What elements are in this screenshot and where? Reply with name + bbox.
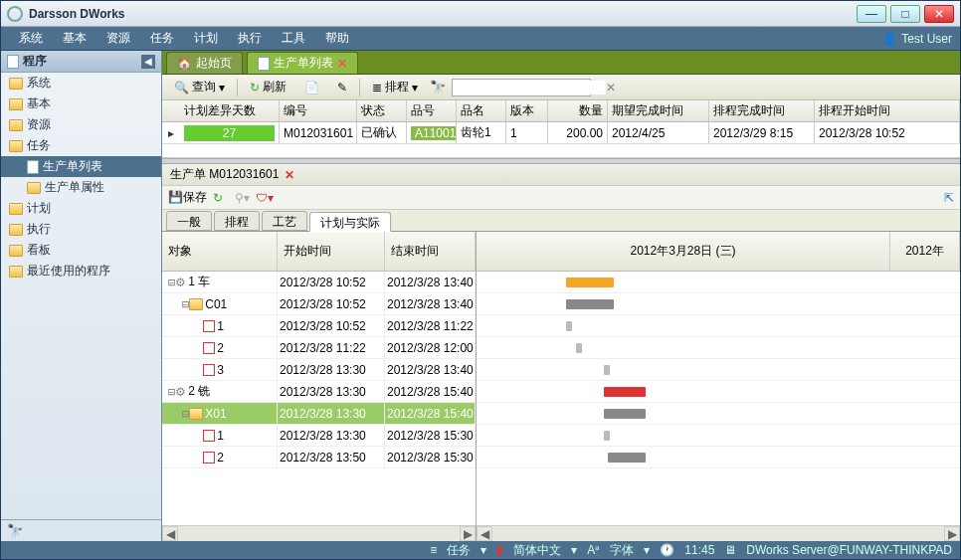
sidebar-item[interactable]: 生产单属性 (1, 177, 161, 198)
status-lang[interactable]: 简体中文 (513, 542, 561, 559)
gantt-bar[interactable] (604, 431, 610, 441)
task-label: 3 (217, 363, 224, 377)
sidebar-item[interactable]: 资源 (1, 114, 161, 135)
close-detail-icon[interactable]: ✕ (285, 168, 294, 182)
refresh-button[interactable]: ↻刷新 (244, 77, 292, 97)
tab-general[interactable]: 一般 (166, 211, 212, 231)
task-row[interactable]: 22012/3/28 13:502012/3/28 15:30 (162, 447, 476, 468)
col-exp[interactable]: 期望完成时间 (608, 100, 709, 121)
task-row[interactable]: ⊟⚙1 车2012/3/28 10:522012/3/28 13:40 (162, 272, 476, 293)
folder-icon (9, 98, 23, 110)
collapse-sidebar-button[interactable]: ◀ (141, 55, 155, 69)
task-row[interactable]: 12012/3/28 10:522012/3/28 11:22 (162, 315, 476, 337)
sidebar-item-label: 执行 (27, 221, 51, 238)
col-schst[interactable]: 排程开始时间 (815, 100, 960, 121)
gantt-bar[interactable] (576, 343, 582, 353)
minimize-button[interactable]: — (857, 5, 886, 23)
task-row[interactable]: 12012/3/28 13:302012/3/28 15:30 (162, 425, 476, 447)
menubar: 系统 基本 资源 任务 计划 执行 工具 帮助 👤 Test User (1, 27, 960, 51)
folder-icon (9, 266, 23, 278)
sidebar-item[interactable]: 看板 (1, 240, 161, 261)
expand-icon[interactable]: ⊟ (168, 276, 175, 289)
col-num[interactable]: 编号 (280, 100, 357, 121)
sidebar-item[interactable]: 基本 (1, 93, 161, 114)
status-task[interactable]: 任务 (447, 542, 471, 559)
sidebar-item[interactable]: 计划 (1, 198, 161, 219)
menu-task[interactable]: 任务 (140, 30, 184, 47)
schedule-button[interactable]: ≣排程 ▾ (366, 77, 424, 97)
search-input[interactable] (457, 81, 606, 94)
tab-schedule[interactable]: 排程 (214, 211, 260, 231)
table-row[interactable]: ▸ 27 M012031601 已确认 A11001 齿轮1 1 200.00 … (162, 122, 960, 144)
expand-icon[interactable]: ⊟ (182, 297, 189, 311)
task-row[interactable]: ⊟X012012/3/28 13:302012/3/28 15:40 (162, 403, 476, 425)
popout-icon[interactable]: ⇱ (944, 191, 954, 205)
col-start[interactable]: 开始时间 (278, 232, 385, 271)
task-end: 2012/3/28 12:00 (385, 337, 476, 358)
close-button[interactable]: ✕ (924, 5, 954, 23)
col-schend[interactable]: 排程完成时间 (709, 100, 815, 121)
col-ver[interactable]: 版本 (506, 100, 548, 121)
menu-tool[interactable]: 工具 (272, 30, 315, 47)
gantt-bar[interactable] (608, 453, 646, 463)
binoculars-icon[interactable]: 🔭 (430, 80, 446, 94)
hscroll[interactable]: ◀▶ (162, 525, 476, 541)
col-qty[interactable]: 数量 (548, 100, 608, 121)
refresh-icon[interactable]: ↻ (213, 191, 223, 205)
shield-icon[interactable]: 🛡▾ (256, 191, 274, 205)
gantt-bar[interactable] (566, 299, 614, 309)
user-display[interactable]: 👤 Test User (882, 32, 952, 46)
menu-system[interactable]: 系统 (9, 30, 53, 47)
task-row[interactable]: 22012/3/28 11:222012/3/28 12:00 (162, 337, 476, 359)
col-object[interactable]: 对象 (162, 232, 278, 271)
status-server[interactable]: DWorks Server@FUNWAY-THINKPAD (746, 543, 952, 557)
menu-plan[interactable]: 计划 (184, 30, 228, 47)
menu-resource[interactable]: 资源 (96, 30, 140, 47)
menu-basic[interactable]: 基本 (53, 30, 96, 47)
save-button[interactable]: 💾保存 (168, 189, 207, 206)
gantt-hscroll[interactable]: ◀▶ (477, 525, 960, 541)
close-tab-icon[interactable]: ✕ (337, 57, 347, 71)
sidebar-item[interactable]: 系统 (1, 73, 161, 93)
gantt-chart: 2012年3月28日 (三) 2012年 ◀▶ (477, 232, 960, 541)
new-button[interactable]: 📄 (298, 79, 325, 96)
cell-qty: 200.00 (548, 122, 608, 143)
task-start: 2012/3/28 10:52 (278, 272, 385, 292)
task-row[interactable]: ⊟⚙2 铣2012/3/28 13:302012/3/28 15:40 (162, 381, 476, 403)
expand-icon[interactable]: ⊟ (182, 407, 189, 421)
gantt-bar[interactable] (566, 278, 614, 287)
col-status[interactable]: 状态 (357, 100, 407, 121)
gear-icon: ⚙ (175, 385, 186, 399)
maximize-button[interactable]: □ (890, 5, 920, 23)
task-row[interactable]: ⊟C012012/3/28 10:522012/3/28 13:40 (162, 293, 476, 315)
sidebar-item[interactable]: 最近使用的程序 (1, 261, 161, 281)
tab-process[interactable]: 工艺 (262, 211, 307, 231)
status-font[interactable]: 字体 (610, 542, 634, 559)
col-end[interactable]: 结束时间 (385, 232, 476, 271)
binoculars-icon[interactable]: 🔭 (7, 523, 23, 538)
gantt-bar[interactable] (604, 409, 646, 419)
gantt-bar[interactable] (566, 321, 572, 331)
col-pin[interactable]: 品号 (407, 100, 457, 121)
clear-search-icon[interactable]: ✕ (606, 81, 616, 94)
sidebar-item[interactable]: 任务 (1, 135, 161, 156)
tab-start[interactable]: 🏠 起始页 (166, 52, 243, 74)
gantt-bar[interactable] (604, 387, 646, 397)
sidebar-item[interactable]: 执行 (1, 219, 161, 240)
expand-icon[interactable]: ⊟ (168, 385, 175, 399)
tab-plan-actual[interactable]: 计划与实际 (309, 212, 391, 232)
col-pname[interactable]: 品名 (457, 100, 506, 121)
col-diff[interactable]: 计划差异天数 (180, 100, 280, 121)
link-icon[interactable]: ⚲▾ (235, 191, 250, 205)
search-box[interactable]: ✕ (452, 79, 591, 96)
gear-icon: ⚙ (175, 276, 186, 289)
edit-button[interactable]: ✎ (331, 79, 353, 96)
menu-help[interactable]: 帮助 (315, 30, 359, 47)
menu-execute[interactable]: 执行 (228, 30, 272, 47)
sidebar-item[interactable]: 生产单列表 (1, 156, 161, 177)
gantt-bar[interactable] (604, 365, 610, 375)
tab-production-list[interactable]: 生产单列表 ✕ (247, 52, 358, 74)
task-row[interactable]: 32012/3/28 13:302012/3/28 13:40 (162, 359, 476, 381)
query-button[interactable]: 🔍查询 ▾ (168, 77, 231, 97)
gantt-day-1: 2012年3月28日 (三) (477, 232, 890, 271)
